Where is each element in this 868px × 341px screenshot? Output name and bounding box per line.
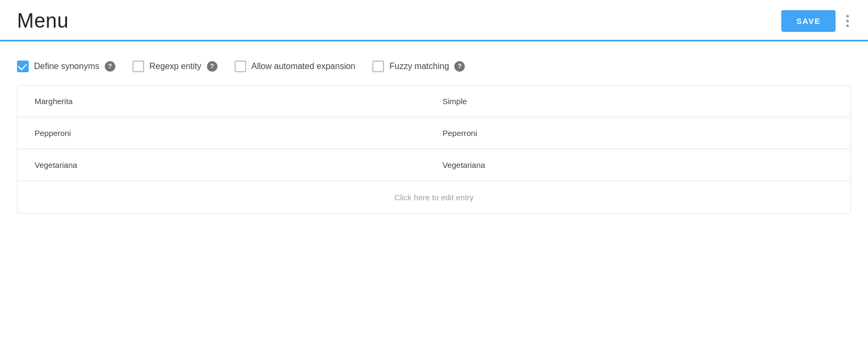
table-cell-col1: Vegetariana [26, 152, 434, 178]
help-icon-regexp-entity[interactable]: ? [207, 61, 218, 72]
table-row[interactable]: Vegetariana Vegetariana [18, 149, 850, 181]
dot3 [846, 24, 849, 27]
option-fuzzy-matching-label: Fuzzy matching [389, 62, 449, 71]
more-options-icon[interactable] [844, 13, 851, 29]
option-allow-automated-expansion[interactable]: Allow automated expansion [235, 61, 356, 72]
option-allow-automated-expansion-label: Allow automated expansion [252, 62, 356, 71]
table-row[interactable]: Margherita Simple [18, 86, 850, 117]
save-button[interactable]: SAVE [781, 10, 836, 32]
option-regexp-entity-label: Regexp entity [149, 62, 202, 71]
table-cell-col2: Peperroni [434, 120, 842, 146]
option-define-synonyms-label: Define synonyms [34, 62, 99, 71]
option-define-synonyms[interactable]: Define synonyms ? [17, 61, 115, 72]
dot1 [846, 15, 849, 18]
entity-table: Margherita Simple Pepperoni Peperroni Ve… [17, 85, 851, 214]
edit-entry-row[interactable]: Click here to edit entry [18, 181, 850, 213]
checkbox-define-synonyms[interactable] [17, 61, 29, 72]
option-regexp-entity[interactable]: Regexp entity ? [132, 61, 218, 72]
option-fuzzy-matching[interactable]: Fuzzy matching ? [372, 61, 465, 72]
checkbox-allow-automated-expansion[interactable] [235, 61, 246, 72]
page-title: Menu [17, 10, 69, 32]
header: Menu SAVE [0, 0, 868, 41]
help-icon-define-synonyms[interactable]: ? [105, 61, 115, 72]
edit-entry-label: Click here to edit entry [394, 193, 473, 202]
checkbox-fuzzy-matching[interactable] [372, 61, 384, 72]
table-cell-col1: Margherita [26, 88, 434, 114]
table-cell-col1: Pepperoni [26, 120, 434, 146]
header-actions: SAVE [781, 10, 851, 32]
checkbox-regexp-entity[interactable] [132, 61, 144, 72]
options-row: Define synonyms ? Regexp entity ? Allow … [0, 41, 868, 85]
table-cell-col2: Simple [434, 88, 842, 114]
help-icon-fuzzy-matching[interactable]: ? [454, 61, 465, 72]
table-cell-col2: Vegetariana [434, 152, 842, 178]
dot2 [846, 20, 849, 22]
table-row[interactable]: Pepperoni Peperroni [18, 117, 850, 149]
